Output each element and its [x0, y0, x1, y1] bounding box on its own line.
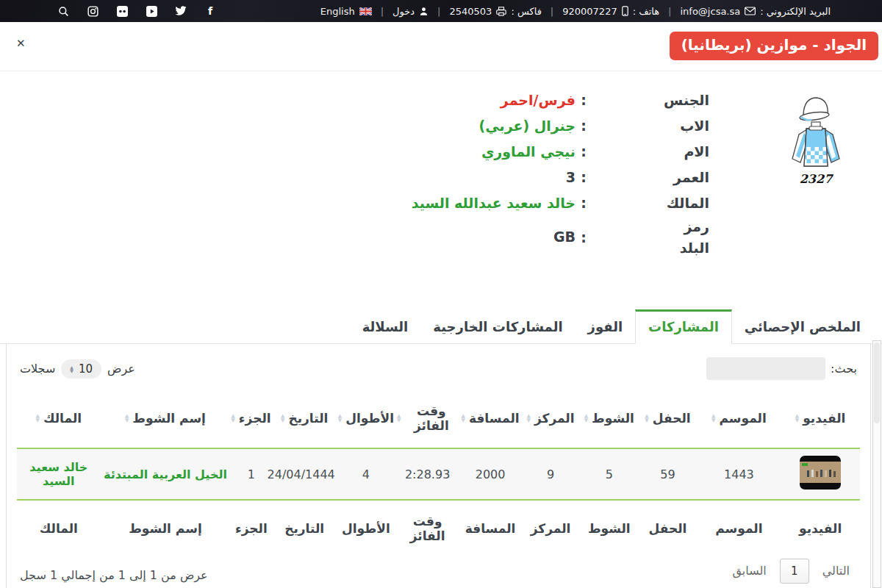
cell-race: 5	[580, 448, 638, 500]
field-label: العمر	[592, 167, 709, 188]
login-link[interactable]: دخول	[392, 6, 429, 17]
search-icon[interactable]	[57, 5, 69, 17]
search-label: بحث:	[831, 362, 857, 376]
email-value: info@jcsa.sa	[680, 6, 740, 17]
separator: |	[437, 6, 440, 17]
scrollbar[interactable]	[872, 340, 881, 588]
email-label: البريد الإلكتروني :	[760, 6, 831, 17]
phone-item: هاتف : 920007227	[562, 6, 659, 17]
field-country-code: رمز البلد : GB	[0, 216, 709, 258]
facebook-icon[interactable]: f	[204, 5, 216, 17]
table-header-row: الفيديو الموسم الحفل الشوط المركز المساف…	[17, 392, 860, 448]
field-label: الاب	[592, 115, 709, 137]
search-input[interactable]	[706, 357, 825, 380]
tab-external-participations[interactable]: المشاركات الخارجية	[420, 310, 575, 343]
cell-date: 24/04/1444	[273, 448, 337, 500]
scrollbar-thumb[interactable]	[874, 343, 880, 423]
column-header-owner[interactable]: المالك	[17, 392, 101, 448]
length-prefix: عرض	[107, 362, 135, 376]
footer-date: التاريخ	[273, 500, 337, 556]
fax-value: 2540503	[449, 6, 492, 17]
fax-icon	[496, 7, 506, 16]
sort-arrows-icon	[125, 414, 129, 423]
tab-statistical-summary[interactable]: الملخص الإحصائي	[732, 310, 873, 343]
field-label: الجنس	[592, 90, 709, 111]
race-video-thumbnail[interactable]	[800, 456, 841, 490]
column-header-position[interactable]: المركز	[521, 392, 580, 448]
pagination-previous[interactable]: السابق	[725, 558, 774, 584]
page-title: الجواد - موازين (بريطانيا)	[670, 32, 878, 60]
topbar: البريد الإلكتروني : info@jcsa.sa | هاتف …	[0, 0, 882, 22]
sort-arrows-icon	[527, 414, 531, 423]
length-value: 10	[79, 362, 93, 376]
sort-arrows-icon	[645, 414, 648, 423]
column-header-part[interactable]: الجزء	[230, 392, 272, 448]
sort-arrows-icon	[584, 414, 588, 423]
instagram-icon[interactable]	[87, 5, 98, 17]
field-sire: الاب : جنرال (عربي)	[0, 113, 709, 138]
field-value: جنرال (عربي)	[0, 116, 576, 136]
search-group: بحث:	[706, 357, 857, 380]
footer-distance: المسافة	[459, 500, 521, 556]
field-gender: الجنس : فرس/احمر	[0, 87, 709, 112]
cell-meeting: 59	[638, 448, 697, 500]
sort-arrows-icon	[281, 414, 284, 423]
sort-arrows-icon	[36, 414, 40, 423]
cell-video	[781, 448, 860, 500]
flickr-icon[interactable]	[116, 5, 128, 17]
email-item[interactable]: البريد الإلكتروني : info@jcsa.sa	[680, 6, 831, 17]
sort-arrows-icon	[397, 414, 401, 423]
sort-arrows-icon	[231, 414, 234, 423]
column-header-lengths[interactable]: الأطوال	[337, 392, 395, 448]
footer-race-name: إسم الشوط	[101, 500, 231, 556]
column-header-season[interactable]: الموسم	[698, 392, 781, 448]
footer-season: الموسم	[698, 500, 781, 556]
close-icon[interactable]: ✕	[16, 37, 26, 50]
cell-position: 9	[521, 448, 580, 500]
column-header-meeting[interactable]: الحفل	[638, 392, 697, 448]
phone-label: هاتف :	[633, 6, 659, 17]
tab-wins[interactable]: الفوز	[576, 310, 636, 343]
footer-meeting: الحفل	[638, 500, 697, 556]
updown-arrows-icon	[70, 365, 74, 373]
sort-arrows-icon	[338, 414, 342, 423]
field-value: نيجي الماوري	[0, 142, 576, 162]
horse-details: 2327 الجنس : فرس/احمر الاب : جنرال (عربي…	[0, 71, 882, 309]
sort-arrows-icon	[462, 414, 465, 423]
youtube-icon[interactable]	[146, 5, 157, 17]
column-header-video[interactable]: الفيديو	[781, 392, 860, 448]
column-header-date[interactable]: التاريخ	[273, 392, 337, 448]
table-row: 1443 59 5 9 2000 2:28.93 4 24/04/1444 1 …	[17, 448, 860, 500]
cell-distance: 2000	[459, 448, 521, 500]
field-age: العمر : 3	[0, 165, 709, 190]
tab-participations[interactable]: المشاركات	[635, 309, 732, 344]
cell-winner-time: 2:28.93	[395, 448, 459, 500]
cell-owner[interactable]: خالد سعيد السيد	[17, 448, 101, 500]
footer-winner-time: وقت الفائز	[395, 500, 459, 556]
column-header-winner-time[interactable]: وقت الفائز	[395, 392, 459, 448]
twitter-icon[interactable]	[175, 5, 187, 17]
field-label: رمز البلد	[592, 216, 709, 258]
length-select[interactable]: 10	[61, 359, 101, 379]
table-info-text: عرض من 1 إلى 1 من إجمالي 1 سجل	[20, 568, 208, 582]
tab-bar: الملخص الإحصائي المشاركات الفوز المشاركا…	[0, 309, 882, 344]
language-switch[interactable]: English	[320, 6, 372, 17]
column-header-distance[interactable]: المسافة	[459, 392, 521, 448]
fax-item: فاكس : 2540503	[449, 6, 541, 17]
language-label: English	[320, 6, 355, 17]
separator: |	[381, 6, 384, 17]
tab-bloodline[interactable]: السلالة	[350, 310, 421, 343]
fax-label: فاكس :	[511, 6, 541, 17]
participations-table: الفيديو الموسم الحفل الشوط المركز المساف…	[17, 392, 860, 556]
titlebar: ✕ الجواد - موازين (بريطانيا)	[0, 22, 882, 71]
field-value: خالد سعيد عبدالله السيد	[0, 193, 576, 213]
field-dam: الام : نيجي الماوري	[0, 139, 709, 164]
uk-flag-icon	[359, 7, 372, 15]
pagination-next[interactable]: التالي	[815, 558, 857, 584]
column-header-race-name[interactable]: إسم الشوط	[101, 392, 231, 448]
horse-fields: الجنس : فرس/احمر الاب : جنرال (عربي) الا…	[0, 87, 709, 258]
column-header-race[interactable]: الشوط	[580, 392, 638, 448]
pagination-current-page[interactable]: 1	[780, 559, 809, 584]
silks-number: 2327	[800, 172, 833, 186]
cell-race-name[interactable]: الخيل العربية المبتدئة	[101, 448, 231, 500]
